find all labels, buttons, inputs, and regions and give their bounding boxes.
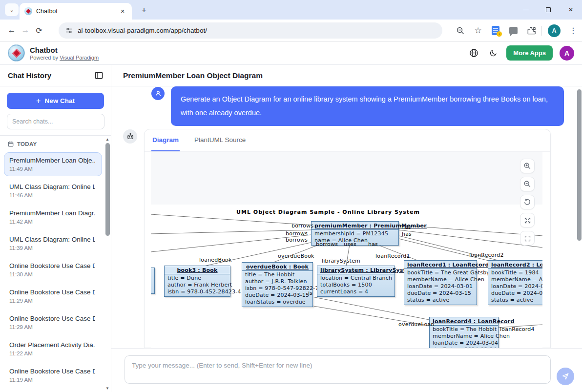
visual-paradigm-link[interactable]: Visual Paradigm [60, 55, 99, 61]
edge-label-borrows: borrows [286, 230, 308, 237]
user-message-bubble: Generate an Object Diagram for an online… [171, 86, 564, 126]
browser-profile-avatar[interactable]: A [548, 24, 561, 37]
browser-toolbar: ← → ⟳ ai-toolbox.visual-paradigm.com/app… [0, 20, 582, 41]
chat-item-time: 11:29 AM [9, 298, 97, 304]
diagram-viewport[interactable]: UML Object Diagram Sample - Online Libra… [151, 152, 542, 348]
chat-history-item[interactable]: UML Class Diagram: Online L... 11:39 AM [4, 231, 102, 255]
chat-history-item[interactable]: Online Bookstore Use Case D... 11:19 AM [4, 363, 102, 387]
edge-label-loanrecord4: loanRecord4 [500, 326, 535, 332]
feedback-icon[interactable] [504, 27, 522, 34]
chat-item-time: 11:46 AM [9, 192, 97, 198]
tab-title: Chatbot [36, 8, 118, 15]
app-header: Chatbot Powered by Visual Paradigm More … [0, 41, 582, 65]
fullscreen-icon[interactable] [520, 231, 535, 246]
chat-history-item[interactable]: Online Bookstore Use Case D... 11:29 AM [4, 284, 102, 308]
tab-close-icon[interactable]: ✕ [118, 7, 127, 16]
new-chat-button[interactable]: + New Chat [7, 93, 104, 109]
chat-history-item[interactable]: UML Class Diagram: Online L... 11:46 AM [4, 179, 102, 203]
chat-item-title: UML Class Diagram: Online L... [9, 183, 95, 190]
chat-history-item[interactable]: Online Bookstore Use Case D... 11:30 AM [4, 258, 102, 282]
calendar-icon [8, 141, 14, 147]
forward-icon[interactable]: → [19, 25, 32, 35]
tab-label: PlantUML Source [194, 136, 246, 144]
edge-label-borrows: borrows [291, 223, 313, 229]
composer-box[interactable] [125, 355, 551, 384]
window-controls: — ✕ [515, 0, 582, 20]
send-icon [561, 372, 569, 380]
sidebar-scrollbar-thumb[interactable] [105, 143, 110, 236]
address-bar[interactable]: ai-toolbox.visual-paradigm.com/app/chatb… [59, 22, 442, 39]
chat-item-title: Online Bookstore Use Case D... [9, 262, 95, 269]
edge-label-has: has [402, 231, 412, 237]
chat-area: Generate an Object Diagram for an online… [111, 86, 582, 348]
edge-label-has: has [368, 241, 378, 248]
search-input[interactable] [7, 114, 104, 129]
maximize-button[interactable] [537, 0, 560, 20]
tab-plantuml-source[interactable]: PlantUML Source [193, 129, 247, 151]
chat-history-item[interactable]: Online Bookstore Use Case D... 11:29 AM [4, 310, 102, 334]
back-icon[interactable]: ← [5, 25, 19, 35]
browser-tab-strip: ⌄ Chatbot ✕ + — ✕ [0, 0, 582, 20]
new-tab-button[interactable]: + [139, 5, 149, 16]
maximize-icon [546, 7, 551, 12]
bot-avatar [123, 129, 137, 144]
edge-label-loanrecord2: loanRecord2 [469, 252, 504, 258]
tab-search-chevron-icon[interactable]: ⌄ [5, 3, 19, 16]
reload-icon[interactable]: ⟳ [32, 26, 46, 35]
zoom-in-icon[interactable] [520, 159, 535, 173]
uml-object-book-partial [151, 268, 155, 294]
diagram-title: UML Object Diagram Sample - Online Libra… [236, 209, 420, 215]
uml-object-librarySystem: librarySystem : LibrarySystemlocation = … [317, 266, 395, 297]
edge-label-uses: uses [344, 241, 356, 248]
chat-history-item[interactable]: Order Placement Activity Dia... 11:22 AM [4, 337, 102, 361]
diagram-tabs: DiagramPlantUML Source [145, 129, 550, 152]
edge-label-has: has [401, 224, 411, 230]
globe-icon[interactable] [465, 45, 482, 62]
chat-item-title: PremiumMember Loan Diagr... [9, 209, 95, 217]
uml-object-loanRecord1: loanRecord1 : LoanRecordbookTitle = The … [404, 260, 477, 305]
chat-item-title: Online Bookstore Use Case D... [9, 315, 95, 322]
send-button[interactable] [557, 368, 574, 385]
extensions-icon[interactable] [522, 26, 540, 35]
url-text: ai-toolbox.visual-paradigm.com/app/chatb… [78, 27, 207, 34]
uml-object-overdueBook: overdueBook : Booktitle = The Hobbitauth… [242, 262, 313, 307]
section-label: TODAY [17, 141, 37, 147]
menu-kebab-icon[interactable]: ⋮ [564, 26, 582, 35]
sidebar-scrollbar-down[interactable]: ▼ [104, 386, 110, 391]
toolbar-right: ☆ ↓ A ⋮ [452, 20, 582, 41]
edge-label-is: is [308, 290, 312, 296]
plus-icon: + [36, 97, 41, 105]
more-apps-button[interactable]: More Apps [506, 45, 553, 61]
page-scrollbar-thumb[interactable] [577, 89, 582, 241]
zoom-icon[interactable] [452, 26, 469, 35]
dark-mode-moon-icon[interactable] [485, 45, 501, 62]
minimize-button[interactable]: — [515, 0, 537, 20]
collapse-panel-icon[interactable] [95, 71, 103, 80]
docs-icon[interactable]: ↓ [487, 26, 504, 35]
expand-icon[interactable] [520, 213, 535, 227]
message-input[interactable] [132, 362, 543, 369]
uml-object-loanRecord2: loanRecord2 : LoanRecordbookTitle = 1984… [488, 260, 542, 305]
user-avatar-badge[interactable]: A [560, 46, 574, 61]
tune-icon [65, 27, 73, 34]
browser-tab[interactable]: Chatbot ✕ [20, 3, 132, 20]
tab-diagram[interactable]: Diagram [151, 129, 180, 151]
zoom-out-icon[interactable] [520, 177, 535, 191]
star-icon[interactable]: ☆ [469, 25, 487, 36]
docs-badge-icon: ↓ [497, 31, 502, 37]
robot-icon [126, 133, 134, 141]
response-card: DiagramPlantUML Source UML Object Diagra… [144, 129, 551, 348]
chat-item-title: UML Class Diagram: Online L... [9, 236, 95, 243]
chat-item-time: 11:29 AM [9, 324, 97, 330]
chat-item-title: Online Bookstore Use Case D... [9, 289, 95, 296]
chat-item-time: 11:39 AM [9, 245, 97, 251]
diagram-controls [520, 159, 535, 246]
chat-history-panel: TODAY PremiumMember Loan Obje... 11:49 A… [0, 135, 111, 392]
composer-bar [111, 348, 582, 392]
chat-history-item[interactable]: PremiumMember Loan Diagr... 11:42 AM [4, 205, 102, 229]
sidebar-scrollbar-up[interactable]: ▲ [104, 137, 110, 142]
close-button[interactable]: ✕ [560, 0, 582, 20]
chat-history-item[interactable]: PremiumMember Loan Obje... 11:49 AM [4, 152, 102, 176]
edge-label-borrows: borrows [316, 241, 338, 248]
reset-icon[interactable] [520, 195, 535, 209]
